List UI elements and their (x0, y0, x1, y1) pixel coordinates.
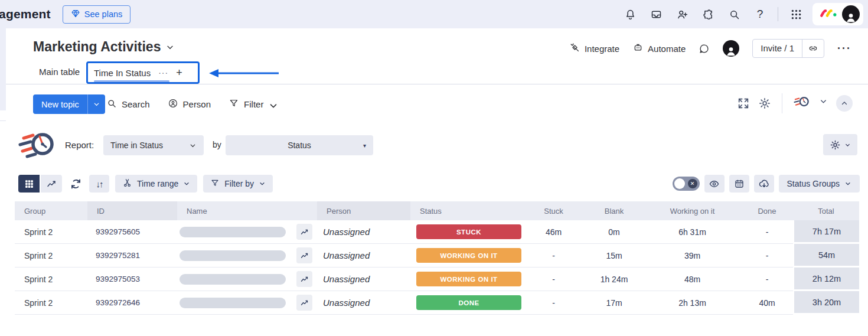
tab-main-table[interactable]: Main table (39, 67, 80, 77)
cell-group: Sprint 2 (15, 268, 87, 291)
chevron-down-icon[interactable] (819, 97, 828, 110)
report-type-dropdown[interactable]: Time in Status (103, 135, 204, 155)
column-header-person[interactable]: Person (317, 201, 410, 220)
person-filter-button[interactable]: Person (168, 98, 211, 110)
account-area (812, 3, 863, 25)
time-range-button[interactable]: Time range (115, 175, 197, 193)
view-settings-gear-icon[interactable] (758, 97, 771, 110)
apps-marketplace-puzzle-icon[interactable] (695, 0, 721, 28)
copy-link-icon[interactable] (802, 40, 824, 57)
table-view-button[interactable] (18, 175, 40, 193)
group-by-dropdown[interactable]: Status ▾ (226, 135, 373, 155)
new-topic-button-group: New topic (33, 94, 105, 114)
column-header-done[interactable]: Done (741, 201, 793, 220)
cell-group: Sprint 2 (15, 220, 87, 244)
cell-status: WORKING ON IT (410, 244, 523, 268)
filter-by-button[interactable]: Filter by (203, 175, 273, 193)
column-header-name[interactable]: Name (177, 201, 317, 220)
table-toolbar: ↓↑ Time range Filter by ✕ Status Groups (6, 175, 868, 195)
board-header: Marketing Activities Integrate Automate … (6, 38, 868, 64)
cell-total-time: 2h 12m (793, 268, 859, 291)
integrate-button[interactable]: Integrate (569, 42, 619, 55)
item-chart-icon[interactable] (296, 271, 312, 287)
board-panel: Marketing Activities Integrate Automate … (6, 28, 868, 336)
refresh-icon[interactable] (68, 175, 83, 193)
chart-view-button[interactable] (41, 175, 62, 193)
status-badge[interactable]: WORKING ON IT (416, 248, 521, 263)
status-badge[interactable]: WORKING ON IT (416, 272, 521, 286)
help-icon[interactable]: ? (747, 0, 773, 28)
search-icon[interactable] (721, 0, 747, 28)
column-header-working[interactable]: Working on it (644, 201, 741, 220)
cell-person[interactable]: Unassigned (317, 268, 410, 291)
status-groups-dropdown[interactable]: Status Groups (779, 175, 860, 193)
table-toolbar-left: ↓↑ Time range Filter by (18, 175, 273, 193)
toggle-off-icon: ✕ (688, 179, 697, 188)
product-switcher-grid-icon[interactable] (783, 0, 809, 28)
sort-button[interactable]: ↓↑ (89, 175, 109, 193)
cell-person[interactable]: Unassigned (317, 220, 410, 244)
tab-options-icon[interactable]: ··· (158, 68, 168, 77)
search-button[interactable]: Search (106, 98, 150, 110)
cell-blank-time: 17m (585, 291, 644, 315)
new-topic-dropdown-chevron[interactable] (87, 94, 105, 114)
fullscreen-expand-icon[interactable] (737, 97, 750, 110)
cell-id: 9392972646 (87, 291, 177, 315)
column-header-group[interactable]: Group (15, 201, 87, 220)
visibility-eye-button[interactable] (704, 175, 725, 193)
cell-group: Sprint 2 (15, 244, 87, 268)
column-header-total[interactable]: Total (793, 201, 859, 220)
redacted-name-pill (180, 298, 286, 308)
board-more-options-button[interactable]: ··· (837, 43, 851, 55)
topbar-right-icons: ? (617, 0, 863, 28)
calendar-button[interactable] (729, 175, 749, 193)
export-cloud-download-button[interactable] (754, 175, 774, 193)
collapse-view-button[interactable] (836, 95, 853, 112)
cell-total-time: 3h 20m (793, 291, 859, 315)
cell-status: STUCK (410, 220, 523, 244)
new-topic-button[interactable]: New topic (33, 94, 87, 114)
column-header-id[interactable]: ID (87, 201, 177, 220)
status-badge[interactable]: DONE (416, 295, 521, 310)
global-topbar: agement See plans ? (0, 0, 868, 28)
redacted-name-pill (180, 250, 286, 261)
invite-button[interactable]: Invite / 1 (753, 40, 802, 57)
item-chart-icon[interactable] (296, 295, 312, 311)
cell-person[interactable]: Unassigned (317, 244, 410, 268)
see-plans-button[interactable]: See plans (63, 5, 131, 24)
redacted-name-pill (180, 227, 286, 237)
cell-person[interactable]: Unassigned (317, 291, 410, 315)
time-in-status-logo (18, 128, 56, 162)
add-view-button[interactable]: + (176, 67, 182, 79)
board-title-dropdown[interactable]: Marketing Activities (33, 39, 175, 55)
toolbar-divider (782, 93, 782, 113)
cell-status: DONE (410, 291, 523, 315)
board-tabs: Main table Time In Status ··· + (6, 63, 868, 84)
user-avatar[interactable] (842, 5, 860, 23)
column-header-blank[interactable]: Blank (585, 201, 644, 220)
diamond-icon (71, 9, 80, 20)
chevron-down-icon (268, 100, 276, 108)
cell-name (177, 268, 317, 291)
by-label: by (213, 140, 221, 149)
item-chart-icon[interactable] (296, 224, 312, 240)
notifications-bell-icon[interactable] (617, 0, 643, 28)
invite-member-icon[interactable] (669, 0, 695, 28)
column-header-stuck[interactable]: Stuck (523, 201, 585, 220)
item-chart-icon[interactable] (296, 247, 312, 263)
cell-stuck-time: 46m (523, 220, 585, 244)
report-settings-button[interactable] (823, 134, 857, 155)
toggle-switch[interactable]: ✕ (673, 177, 700, 191)
tab-time-in-status[interactable]: Time In Status (94, 68, 151, 78)
inbox-icon[interactable] (643, 0, 669, 28)
cell-total-time: 7h 17m (793, 220, 859, 244)
board-owner-avatar[interactable] (723, 40, 739, 57)
cell-id: 9392975605 (87, 220, 177, 244)
filter-button[interactable]: Filter (229, 98, 276, 110)
board-toolbar-items: Search Person Filter (106, 94, 276, 114)
status-badge[interactable]: STUCK (416, 224, 521, 239)
column-header-status[interactable]: Status (410, 201, 523, 220)
time-in-status-table: Group ID Name Person Status Stuck Blank … (15, 201, 859, 315)
chat-bubble-icon[interactable] (699, 43, 710, 54)
automate-button[interactable]: Automate (632, 42, 686, 55)
